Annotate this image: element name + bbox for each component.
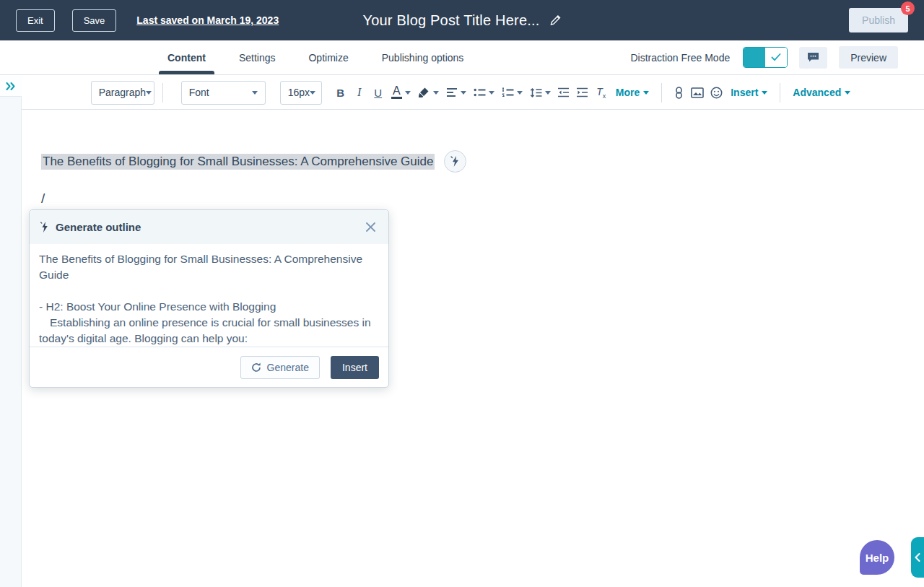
clear-formatting-button[interactable]: Tx xyxy=(593,82,610,103)
comments-button[interactable] xyxy=(799,47,827,69)
bold-button[interactable]: B xyxy=(332,82,349,103)
toolbar-divider xyxy=(162,83,163,103)
paragraph-style-dropdown[interactable]: Paragraph xyxy=(91,81,154,105)
expand-sidebar-button[interactable] xyxy=(0,76,22,97)
post-title-group: Your Blog Post Title Here... xyxy=(363,0,562,40)
tab-publishing-options[interactable]: Publishing options xyxy=(382,40,464,74)
open-panel-chevron-button[interactable] xyxy=(911,537,924,578)
font-size-dropdown[interactable]: 16px xyxy=(280,81,322,105)
comment-icon xyxy=(807,52,819,63)
toolbar-divider xyxy=(780,83,780,103)
selected-heading-text: The Benefits of Blogging for Small Busin… xyxy=(41,154,435,170)
double-chevron-right-icon xyxy=(6,82,16,90)
advanced-dropdown[interactable]: Advanced xyxy=(788,87,855,98)
chevron-down-icon xyxy=(489,91,494,95)
chevron-down-icon xyxy=(643,91,649,95)
popup-title: Generate outline xyxy=(56,221,141,233)
last-saved-link[interactable]: Last saved on March 19, 2023 xyxy=(136,14,279,26)
more-dropdown[interactable]: More xyxy=(611,87,653,98)
outline-description-line: Establishing an online presence is cruci… xyxy=(39,315,379,347)
font-size-value: 16px xyxy=(288,87,310,98)
chevron-down-icon xyxy=(461,91,466,95)
lightning-bolt-icon xyxy=(40,222,49,232)
toggle-knob xyxy=(765,48,787,67)
outdent-button[interactable] xyxy=(555,82,572,103)
publish-error-badge: 5 xyxy=(901,1,915,15)
editor-tabs: Content Settings Optimize Publishing opt… xyxy=(167,40,463,74)
chevron-down-icon xyxy=(146,91,152,95)
paragraph-style-value: Paragraph xyxy=(99,87,146,98)
chevron-left-icon xyxy=(915,553,920,562)
close-icon[interactable] xyxy=(364,220,378,234)
rich-text-toolbar: Paragraph Font 16px B I U A xyxy=(22,76,924,110)
collapsed-sidebar-rail xyxy=(0,76,22,587)
outline-h2-line: - H2: Boost Your Online Presence with Bl… xyxy=(39,299,379,315)
chevron-down-icon xyxy=(433,91,439,95)
popup-header: Generate outline xyxy=(30,210,388,244)
underline-button[interactable]: U xyxy=(370,82,387,103)
font-color-button[interactable]: A xyxy=(388,86,414,99)
tab-optimize[interactable]: Optimize xyxy=(308,40,348,74)
distraction-free-mode-label: Distraction Free Mode xyxy=(630,52,730,64)
popup-footer: Generate Insert xyxy=(30,347,388,387)
generate-outline-popup: Generate outline The Benefits of Bloggin… xyxy=(29,209,389,388)
ai-assistant-button[interactable] xyxy=(444,150,466,173)
publish-group: Publish 5 xyxy=(849,8,908,32)
image-icon xyxy=(691,87,704,98)
align-left-icon xyxy=(446,87,458,97)
toggle-track-on xyxy=(744,48,765,67)
chevron-down-icon xyxy=(252,91,258,95)
distraction-free-toggle[interactable] xyxy=(743,47,788,68)
insert-button[interactable]: Insert xyxy=(331,356,379,379)
font-family-dropdown[interactable]: Font xyxy=(181,81,266,105)
bulleted-list-button[interactable] xyxy=(471,87,497,97)
indent-button[interactable] xyxy=(574,82,591,103)
bulleted-list-icon xyxy=(474,87,486,97)
lightning-bolt-icon xyxy=(450,156,461,167)
nav-right-group: Distraction Free Mode Preview xyxy=(630,46,898,69)
slash-command-text: / xyxy=(41,191,924,206)
line-spacing-icon xyxy=(530,87,542,98)
indent-icon xyxy=(576,87,588,97)
numbered-list-button[interactable] xyxy=(499,87,526,97)
font-color-icon: A xyxy=(391,86,402,99)
line-spacing-button[interactable] xyxy=(527,87,554,98)
editor-canvas[interactable]: The Benefits of Blogging for Small Busin… xyxy=(22,110,924,206)
outline-title-paragraph: The Benefits of Blogging for Small Busin… xyxy=(39,251,379,283)
chevron-down-icon xyxy=(405,91,411,95)
insert-image-button[interactable] xyxy=(689,82,706,103)
generate-button[interactable]: Generate xyxy=(240,356,320,379)
help-button[interactable]: Help xyxy=(860,540,894,575)
topbar: Exit Save Last saved on March 19, 2023 Y… xyxy=(0,0,924,40)
chevron-down-icon xyxy=(762,91,767,95)
italic-button[interactable]: I xyxy=(351,82,368,103)
heading-line: The Benefits of Blogging for Small Busin… xyxy=(41,150,924,173)
editor-nav-row: Content Settings Optimize Publishing opt… xyxy=(0,40,924,75)
highlighter-icon xyxy=(418,87,430,98)
refresh-icon xyxy=(251,362,261,373)
chevron-down-icon xyxy=(845,91,850,95)
chevron-down-icon xyxy=(517,91,523,95)
publish-button[interactable]: Publish xyxy=(849,8,908,32)
save-button[interactable]: Save xyxy=(72,9,117,32)
edit-title-pencil-icon[interactable] xyxy=(550,14,562,26)
tab-content[interactable]: Content xyxy=(167,40,206,74)
font-family-value: Font xyxy=(189,87,209,98)
link-icon xyxy=(675,87,683,99)
highlight-color-button[interactable] xyxy=(415,87,442,98)
post-title: Your Blog Post Title Here... xyxy=(363,12,540,29)
preview-button[interactable]: Preview xyxy=(839,46,898,69)
alignment-button[interactable] xyxy=(443,87,469,97)
insert-emoji-button[interactable] xyxy=(707,82,725,103)
generated-outline-text: The Benefits of Blogging for Small Busin… xyxy=(30,244,388,347)
checkmark-icon xyxy=(771,53,781,61)
exit-button[interactable]: Exit xyxy=(16,9,55,32)
insert-link-button[interactable] xyxy=(670,82,687,103)
topbar-left-group: Exit Save Last saved on March 19, 2023 xyxy=(16,9,279,32)
emoji-icon xyxy=(710,87,723,99)
outdent-icon xyxy=(557,87,570,97)
toolbar-divider xyxy=(661,83,662,103)
chevron-down-icon xyxy=(310,91,315,95)
tab-settings[interactable]: Settings xyxy=(239,40,276,74)
insert-dropdown[interactable]: Insert xyxy=(726,87,772,98)
